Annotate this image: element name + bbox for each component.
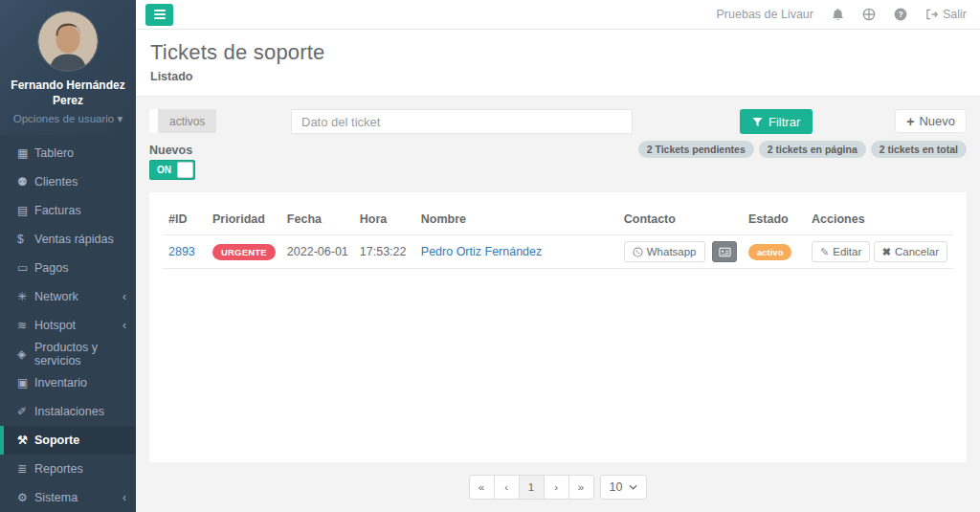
page-title: Tickets de soporte bbox=[150, 40, 966, 65]
ticket-count-badges: 2 Tickets pendientes 2 tickets en página… bbox=[638, 141, 967, 158]
invoice-icon: ▤ bbox=[17, 204, 34, 217]
sidebar-item-inventario[interactable]: ▣Inventario bbox=[0, 368, 136, 397]
navbar-right: Pruebas de Livaur ? Salir bbox=[717, 8, 967, 21]
filter-left: activos Nuevos ON bbox=[149, 109, 291, 180]
brand-name: Pruebas de Livaur bbox=[717, 8, 813, 21]
col-header-id: #ID bbox=[163, 206, 207, 235]
whatsapp-icon bbox=[633, 247, 643, 257]
inventory-icon: ▣ bbox=[17, 376, 34, 390]
cancel-button[interactable]: ✖ Cancelar bbox=[874, 241, 947, 262]
edit-icon: ✎ bbox=[820, 246, 829, 258]
col-header-estado: Estado bbox=[743, 206, 806, 235]
report-icon: ≣ bbox=[17, 462, 34, 476]
ticket-id-link[interactable]: 2893 bbox=[168, 245, 195, 258]
chevron-left-icon: ‹ bbox=[122, 491, 126, 504]
content-area: activos Nuevos ON Filtrar bbox=[136, 97, 980, 512]
pager-group: « ‹ 1 › » bbox=[469, 475, 594, 500]
table-header-row: #ID Prioridad Fecha Hora Nombre Contacto… bbox=[163, 206, 953, 235]
x-icon: ✖ bbox=[882, 246, 891, 258]
sidebar-item-tablero[interactable]: ▦Tablero bbox=[0, 139, 136, 167]
sidebar-nav: ▦Tablero ⚉Clientes ▤Facturas $Ventas ráp… bbox=[0, 139, 136, 512]
svg-text:?: ? bbox=[898, 10, 902, 19]
user-options-dropdown[interactable]: Opciones de usuario ▾ bbox=[8, 112, 128, 125]
sidebar-item-instalaciones[interactable]: ✐Instalaciones bbox=[0, 397, 136, 426]
top-navbar: Pruebas de Livaur ? Salir bbox=[136, 0, 980, 30]
app-window: Fernando Hernández Perez Opciones de usu… bbox=[0, 0, 980, 512]
status-filter-toggle[interactable]: activos bbox=[149, 109, 216, 133]
caret-down-icon: ▾ bbox=[117, 113, 122, 124]
sidebar: Fernando Hernández Perez Opciones de usu… bbox=[0, 0, 136, 512]
filter-button[interactable]: Filtrar bbox=[740, 109, 813, 134]
tag-icon: ◈ bbox=[17, 347, 34, 361]
switch-knob bbox=[177, 162, 193, 178]
plus-icon: + bbox=[906, 114, 914, 129]
status-filter-button[interactable]: activos bbox=[158, 109, 216, 133]
sidebar-item-soporte[interactable]: ⚒Soporte bbox=[0, 426, 136, 455]
col-header-nombre: Nombre bbox=[415, 206, 618, 235]
status-badge: activo bbox=[748, 244, 791, 260]
contact-card-button[interactable] bbox=[712, 241, 737, 262]
address-card-icon bbox=[719, 247, 731, 257]
sidebar-item-network[interactable]: ✳Network‹ bbox=[0, 282, 136, 311]
tickets-table-card: #ID Prioridad Fecha Hora Nombre Contacto… bbox=[149, 192, 967, 462]
filter-bar: activos Nuevos ON Filtrar bbox=[149, 109, 967, 180]
user-name: Fernando Hernández Perez bbox=[8, 78, 128, 108]
bell-icon[interactable] bbox=[832, 8, 844, 21]
sidebar-toggle-button[interactable] bbox=[145, 4, 173, 26]
new-tickets-label: Nuevos bbox=[149, 144, 291, 157]
globe-icon[interactable] bbox=[862, 8, 876, 21]
sidebar-item-ventas-rapidas[interactable]: $Ventas rápidas bbox=[0, 225, 136, 254]
page-size-select[interactable]: 10 bbox=[600, 475, 648, 500]
col-header-prioridad: Prioridad bbox=[207, 206, 281, 235]
ticket-time: 17:53:22 bbox=[354, 235, 415, 269]
page-heading: Tickets de soporte Listado bbox=[136, 30, 980, 97]
sidebar-item-pagos[interactable]: ▭Pagos bbox=[0, 254, 136, 282]
whatsapp-button[interactable]: Whatsapp bbox=[624, 241, 705, 262]
sidebar-item-facturas[interactable]: ▤Facturas bbox=[0, 196, 136, 225]
priority-badge: URGENTE bbox=[212, 244, 276, 260]
client-name-link[interactable]: Pedro Ortiz Fernández bbox=[421, 245, 542, 258]
next-page-button[interactable]: › bbox=[544, 475, 569, 500]
users-icon: ⚉ bbox=[17, 175, 34, 189]
col-header-contacto: Contacto bbox=[618, 206, 743, 235]
avatar[interactable] bbox=[38, 11, 98, 71]
signout-icon bbox=[925, 9, 938, 20]
filter-actions: Filtrar + Nuevo 2 Tickets pendientes 2 t… bbox=[638, 109, 967, 158]
col-header-fecha: Fecha bbox=[281, 206, 354, 235]
chevron-left-icon: ‹ bbox=[122, 319, 126, 332]
new-ticket-button[interactable]: + Nuevo bbox=[895, 109, 967, 133]
search-input-wrap bbox=[291, 109, 633, 134]
sidebar-item-hotspot[interactable]: ≋Hotspot‹ bbox=[0, 311, 136, 340]
pagination: « ‹ 1 › » 10 bbox=[149, 462, 967, 512]
network-icon: ✳ bbox=[17, 290, 34, 303]
tickets-table: #ID Prioridad Fecha Hora Nombre Contacto… bbox=[163, 206, 953, 269]
user-profile-panel: Fernando Hernández Perez Opciones de usu… bbox=[0, 0, 136, 135]
prev-page-button[interactable]: ‹ bbox=[494, 475, 520, 500]
col-header-hora: Hora bbox=[354, 206, 415, 235]
chevron-left-icon: ‹ bbox=[122, 290, 126, 303]
current-page-button[interactable]: 1 bbox=[519, 475, 545, 500]
sidebar-item-clientes[interactable]: ⚉Clientes bbox=[0, 167, 136, 196]
ticket-search-input[interactable] bbox=[291, 109, 633, 134]
install-icon: ✐ bbox=[17, 405, 34, 418]
wrench-icon: ⚒ bbox=[17, 434, 34, 447]
page-count-badge: 2 tickets en página bbox=[759, 141, 866, 158]
first-page-button[interactable]: « bbox=[469, 475, 495, 500]
gears-icon: ⚙ bbox=[17, 491, 34, 504]
sidebar-item-reportes[interactable]: ≣Reportes bbox=[0, 455, 136, 483]
pending-count-badge: 2 Tickets pendientes bbox=[638, 141, 754, 158]
sidebar-item-sistema[interactable]: ⚙Sistema‹ bbox=[0, 483, 136, 512]
status-filter-indicator bbox=[149, 109, 158, 133]
table-row: 2893 URGENTE 2022-06-01 17:53:22 Pedro O… bbox=[163, 235, 953, 269]
sidebar-item-productos[interactable]: ◈Productos y servicios bbox=[0, 340, 136, 368]
edit-button[interactable]: ✎ Editar bbox=[812, 241, 870, 262]
last-page-button[interactable]: » bbox=[568, 475, 594, 500]
new-tickets-switch[interactable]: ON bbox=[149, 160, 195, 180]
main-area: Pruebas de Livaur ? Salir Tickets de sop… bbox=[136, 0, 980, 512]
chevron-down-icon bbox=[629, 484, 637, 490]
help-icon[interactable]: ? bbox=[894, 8, 907, 21]
page-subtitle: Listado bbox=[150, 70, 966, 83]
logout-button[interactable]: Salir bbox=[925, 8, 967, 21]
ticket-date: 2022-06-01 bbox=[281, 235, 354, 269]
avatar-image bbox=[38, 11, 98, 71]
